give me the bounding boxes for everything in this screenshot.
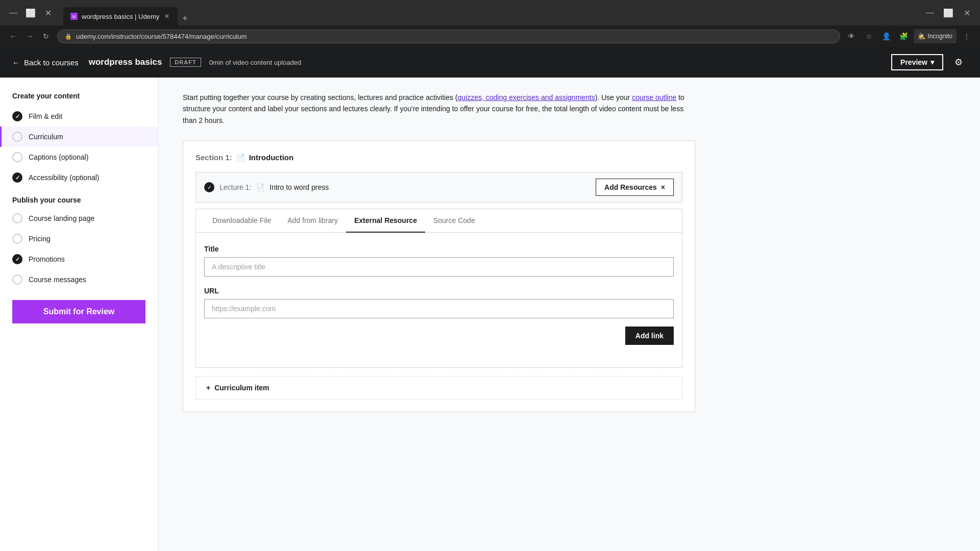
lock-icon: 🔒 (65, 33, 72, 40)
curriculum-check (12, 132, 22, 142)
title-input[interactable] (204, 257, 674, 277)
back-nav-button[interactable]: ← (6, 29, 20, 43)
section-header: Section 1: 📄 Introduction (195, 153, 682, 162)
profile-icon[interactable]: 👤 (879, 29, 893, 43)
browser-nav-buttons: — ⬜ ✕ (6, 6, 55, 20)
sidebar-item-promotions[interactable]: Promotions (0, 249, 158, 269)
intro-paragraph: Start putting together your course by cr… (183, 92, 695, 126)
title-label: Title (204, 245, 674, 253)
accessibility-label: Accessibility (optional) (29, 173, 100, 182)
incognito-badge: 🕵 Incognito (914, 29, 957, 43)
video-info: 0min of video content uploaded (209, 59, 302, 66)
sidebar-item-captions[interactable]: Captions (optional) (0, 147, 158, 167)
forward-nav-button[interactable]: → (22, 29, 37, 43)
submit-for-review-button[interactable]: Submit for Review (12, 300, 145, 323)
preview-label: Preview (900, 58, 927, 66)
browser-toolbar: ← → ↻ 🔒 udemy.com/instructor/course/5784… (0, 26, 980, 47)
menu-button[interactable]: ⋮ (960, 29, 974, 43)
add-resources-button[interactable]: Add Resources × (596, 179, 674, 196)
extension-icon[interactable]: 🧩 (896, 29, 911, 43)
chevron-down-icon: ▾ (930, 58, 934, 66)
browser-chrome: — ⬜ ✕ U wordpress basics | Udemy ✕ + — ⬜… (0, 0, 980, 26)
tab-source-code[interactable]: Source Code (425, 209, 483, 233)
captions-label: Captions (optional) (29, 153, 89, 161)
app-header: ← Back to courses wordpress basics DRAFT… (0, 47, 980, 78)
new-tab-button[interactable]: + (178, 11, 192, 26)
sidebar-item-film-edit[interactable]: Film & edit (0, 106, 158, 127)
window-minimize-button[interactable]: — (923, 6, 937, 20)
address-bar[interactable]: 🔒 udemy.com/instructor/course/5784474/ma… (57, 30, 840, 43)
browser-tabs: U wordpress basics | Udemy ✕ + (63, 0, 919, 26)
url-text: udemy.com/instructor/course/5784474/mana… (76, 33, 247, 40)
add-resources-label: Add Resources (604, 183, 657, 191)
bookmark-icon[interactable]: ☆ (862, 29, 876, 43)
lecture-check-icon: ✓ (204, 182, 214, 192)
lecture-name: Intro to word press (270, 183, 329, 191)
publish-course-title: Publish your course (0, 188, 158, 208)
resources-panel: Downloadable File Add from library Exter… (195, 209, 682, 368)
lecture-file-icon: 📄 (256, 184, 264, 191)
section-label: Section 1: (195, 153, 232, 162)
minimize-button[interactable]: — (6, 6, 20, 20)
window-close-button[interactable]: ✕ (960, 6, 974, 20)
section-name: Introduction (249, 153, 293, 162)
content-area: Start putting together your course by cr… (158, 78, 980, 551)
submit-label: Submit for Review (43, 307, 115, 316)
promotions-label: Promotions (29, 255, 65, 263)
film-edit-check (12, 111, 22, 121)
pricing-check (12, 234, 22, 244)
pricing-label: Pricing (29, 235, 51, 243)
title-form-group: Title (204, 245, 674, 277)
course-messages-check (12, 274, 22, 285)
refresh-button[interactable]: ↻ (39, 29, 53, 43)
sidebar-item-landing-page[interactable]: Course landing page (0, 208, 158, 229)
settings-button[interactable]: ⚙ (949, 53, 968, 71)
active-tab[interactable]: U wordpress basics | Udemy ✕ (63, 7, 178, 26)
accessibility-check (12, 172, 22, 183)
create-content-title: Create your content (0, 88, 158, 106)
header-right: Preview ▾ ⚙ (891, 53, 968, 71)
content-inner: Start putting together your course by cr… (158, 78, 720, 435)
tab-add-from-library[interactable]: Add from library (279, 209, 346, 233)
maximize-button[interactable]: ⬜ (23, 6, 38, 20)
downloadable-file-label: Downloadable File (212, 216, 271, 224)
draft-badge: DRAFT (170, 58, 201, 67)
sidebar-item-curriculum[interactable]: Curriculum (0, 127, 158, 147)
section-card: Section 1: 📄 Introduction ✓ Lecture 1: 📄… (183, 140, 695, 412)
course-messages-label: Course messages (29, 276, 86, 284)
preview-button[interactable]: Preview ▾ (891, 54, 943, 70)
curriculum-item-row[interactable]: + Curriculum item (195, 376, 682, 399)
tab-title: wordpress basics | Udemy (82, 13, 159, 20)
resource-form: Title URL Add link (196, 233, 682, 367)
close-resources-icon: × (661, 183, 665, 191)
back-to-courses-label: Back to courses (24, 58, 79, 67)
tab-downloadable-file[interactable]: Downloadable File (204, 209, 279, 233)
sidebar: Create your content Film & edit Curricul… (0, 78, 158, 551)
incognito-label: Incognito (927, 33, 952, 40)
sidebar-item-pricing[interactable]: Pricing (0, 229, 158, 249)
tab-external-resource[interactable]: External Resource (346, 209, 425, 233)
plus-icon: + (206, 384, 210, 392)
intro-text-before: Start putting together your course by cr… (183, 93, 458, 102)
film-edit-label: Film & edit (29, 112, 62, 120)
sidebar-item-accessibility[interactable]: Accessibility (optional) (0, 167, 158, 188)
sidebar-item-course-messages[interactable]: Course messages (0, 269, 158, 290)
window-maximize-button[interactable]: ⬜ (941, 6, 955, 20)
quizzes-link[interactable]: quizzes, coding exercises and assignment… (458, 93, 595, 102)
back-arrow-icon: ← (12, 58, 20, 67)
navigation-buttons: ← → ↻ (6, 29, 53, 43)
lecture-row: ✓ Lecture 1: 📄 Intro to word press Add R… (195, 172, 682, 203)
intro-text-mid: ). Use your (595, 93, 632, 102)
resource-tabs: Downloadable File Add from library Exter… (196, 209, 682, 233)
add-from-library-label: Add from library (287, 216, 338, 224)
close-window-button[interactable]: ✕ (41, 6, 55, 20)
course-outline-link[interactable]: course outline (632, 93, 676, 102)
promotions-check (12, 254, 22, 264)
add-link-button[interactable]: Add link (625, 327, 674, 345)
url-input[interactable] (204, 299, 674, 318)
incognito-icon: 🕵 (918, 33, 925, 40)
tab-close-icon[interactable]: ✕ (163, 12, 170, 21)
landing-page-label: Course landing page (29, 214, 94, 222)
eye-off-icon[interactable]: 👁 (844, 29, 859, 43)
back-to-courses-link[interactable]: ← Back to courses (12, 58, 79, 67)
